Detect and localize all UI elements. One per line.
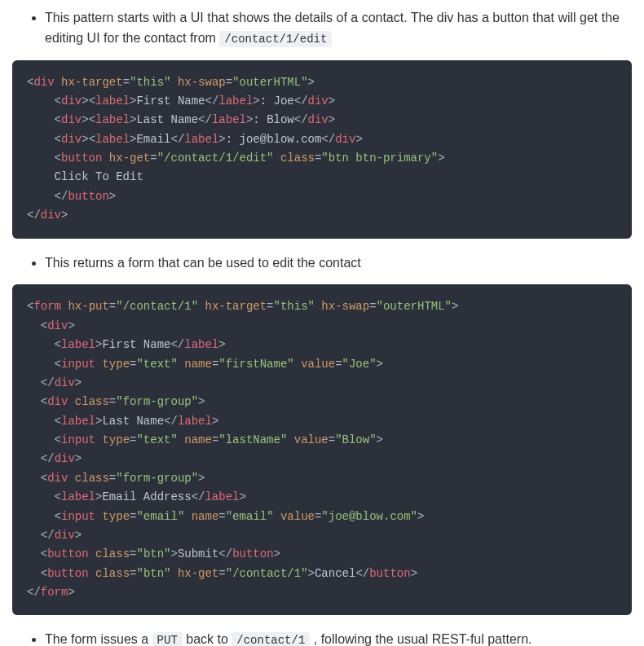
bullet-3-post: , following the usual REST-ful pattern. <box>314 632 532 646</box>
bullet-list-3: The form issues a PUT back to /contact/1… <box>12 630 632 646</box>
bullet-1: This pattern starts with a UI that shows… <box>45 8 632 49</box>
inline-code-contact-path: /contact/1 <box>232 632 310 646</box>
bullet-1-text: This pattern starts with a UI that shows… <box>45 11 620 45</box>
bullet-list-1: This pattern starts with a UI that shows… <box>12 8 632 49</box>
bullet-3: The form issues a PUT back to /contact/1… <box>45 630 632 646</box>
code-block-2: <form hx-put="/contact/1" hx-target="thi… <box>12 284 632 615</box>
inline-code-path: /contact/1/edit <box>219 31 332 47</box>
inline-code-put: PUT <box>152 632 183 646</box>
bullet-2: This returns a form that can be used to … <box>45 253 632 274</box>
bullet-2-text: This returns a form that can be used to … <box>45 256 361 270</box>
code-block-1: <div hx-target="this" hx-swap="outerHTML… <box>12 60 632 239</box>
bullet-list-2: This returns a form that can be used to … <box>12 253 632 274</box>
bullet-3-pre: The form issues a <box>45 632 152 646</box>
bullet-3-mid: back to <box>186 632 232 646</box>
document-body: This pattern starts with a UI that shows… <box>0 8 644 646</box>
